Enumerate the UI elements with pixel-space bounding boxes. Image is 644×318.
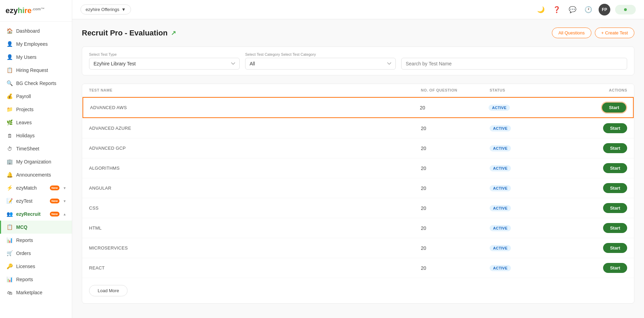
sidebar-item-bg-check[interactable]: 🔍 BG Check Reports: [0, 77, 72, 90]
start-button[interactable]: Start: [602, 103, 626, 113]
offerings-label: ezyhire Offerings: [86, 7, 119, 12]
table-row: ADVANCED AZURE 20 ACTIVE Start: [82, 118, 634, 138]
payroll-icon: 💰: [7, 93, 13, 99]
status-badge: ACTIVE: [490, 245, 511, 251]
load-more-button[interactable]: Load More: [89, 285, 128, 296]
num-questions-cell: 20: [421, 186, 490, 191]
start-button[interactable]: Start: [603, 123, 627, 133]
status-badge: ACTIVE: [490, 185, 511, 191]
sidebar-item-licenses[interactable]: 🔑 Licenses: [0, 260, 72, 273]
sidebar-item-marketplace[interactable]: 🛍 Marketplace: [0, 286, 72, 299]
status-cell: ACTIVE: [490, 125, 558, 131]
topbar-actions: 🌙 ❓ 💬 🕐 FP: [535, 4, 636, 15]
sidebar-item-holidays[interactable]: 🗓 Holidays: [0, 129, 72, 142]
sidebar-item-reports-sub[interactable]: 📊 Reports: [0, 234, 72, 247]
test-category-select[interactable]: All AWS Azure GCP Frontend Backend: [245, 58, 396, 70]
num-questions-cell: 20: [420, 105, 489, 110]
start-button[interactable]: Start: [603, 183, 627, 193]
avatar[interactable]: FP: [599, 4, 610, 15]
ezytest-icon: 📝: [7, 198, 13, 204]
status-badge: ACTIVE: [490, 145, 511, 151]
num-questions-cell: 20: [421, 126, 490, 131]
test-category-filter: Select Test Category Select Test Categor…: [245, 52, 396, 70]
table-row: ADVANCED AWS 20 ACTIVE Start: [83, 97, 634, 118]
table-row: ALGORITHMS 20 ACTIVE Start: [82, 158, 634, 178]
dark-mode-toggle[interactable]: 🌙: [535, 4, 546, 15]
sidebar-item-label: Dashboard: [16, 28, 66, 34]
marketplace-icon: 🛍: [7, 289, 13, 296]
bg-check-icon: 🔍: [7, 80, 13, 86]
num-questions-cell: 20: [421, 245, 490, 251]
test-name-cell: ADVANCED AWS: [90, 105, 420, 110]
page-header: Recruit Pro - Evaluation ↗ All Questions…: [82, 28, 634, 38]
sidebar-item-label: My Users: [16, 54, 66, 60]
test-type-select[interactable]: Ezyhire Library Test Custom Test: [89, 58, 240, 70]
sidebar-item-label: Leaves: [16, 120, 66, 125]
help-icon[interactable]: ❓: [551, 4, 562, 15]
test-name-cell: ADVANCED GCP: [89, 146, 421, 151]
search-input[interactable]: [401, 58, 627, 70]
new-badge: New: [50, 186, 60, 190]
test-name-cell: REACT: [89, 265, 421, 271]
sidebar-item-projects[interactable]: 📁 Projects: [0, 103, 72, 116]
status-cell: ACTIVE: [490, 245, 558, 251]
start-button[interactable]: Start: [603, 143, 627, 153]
num-questions-cell: 20: [421, 146, 490, 151]
orders-icon: 🛒: [7, 250, 13, 256]
chevron-down-icon: ▼: [63, 186, 66, 190]
sidebar-item-label: MCQ: [16, 224, 66, 230]
test-name-cell: ALGORITHMS: [89, 166, 421, 171]
sidebar-item-ezyrecruit[interactable]: 👥 ezyRecruit New ▲: [0, 208, 72, 221]
tests-table: TEST NAME NO. OF QUESTION STATUS ACTIONS…: [82, 84, 634, 304]
start-button[interactable]: Start: [603, 243, 627, 253]
sidebar-item-label: ezyRecruit: [16, 211, 45, 217]
actions-cell: Start: [558, 223, 627, 233]
table-row: CSS 20 ACTIVE Start: [82, 198, 634, 218]
start-button[interactable]: Start: [603, 163, 627, 173]
sidebar-item-leaves[interactable]: 🌿 Leaves: [0, 116, 72, 129]
sidebar-item-mcq[interactable]: 📋 MCQ: [0, 221, 72, 234]
sidebar-item-label: Projects: [16, 107, 66, 112]
status-cell: ACTIVE: [490, 145, 558, 151]
topbar: ezyhire Offerings ▼ 🌙 ❓ 💬 🕐 FP: [72, 0, 644, 19]
actions-cell: Start: [558, 123, 627, 133]
sidebar-item-timesheet[interactable]: ⏱ TimeSheet: [0, 142, 72, 155]
table-row: ADVANCED GCP 20 ACTIVE Start: [82, 138, 634, 158]
messages-icon[interactable]: 💬: [567, 4, 578, 15]
table-header: TEST NAME NO. OF QUESTION STATUS ACTIONS: [82, 84, 634, 97]
actions-cell: Start: [558, 163, 627, 173]
sidebar-item-reports[interactable]: 📊 Reports: [0, 273, 72, 286]
start-button[interactable]: Start: [603, 223, 627, 233]
sidebar-item-label: ezyMatch: [16, 185, 45, 191]
licenses-icon: 🔑: [7, 263, 13, 269]
status-badge: ACTIVE: [490, 205, 511, 211]
table-row: HTML 20 ACTIVE Start: [82, 218, 634, 238]
hiring-icon: 📋: [7, 67, 13, 73]
sidebar-item-payroll[interactable]: 💰 Payroll: [0, 90, 72, 103]
offerings-button[interactable]: ezyhire Offerings ▼: [80, 4, 131, 14]
notifications-icon[interactable]: 🕐: [583, 4, 594, 15]
sidebar-item-orders[interactable]: 🛒 Orders: [0, 247, 72, 260]
timesheet-icon: ⏱: [7, 146, 13, 152]
ezymatch-icon: ⚡: [7, 185, 13, 191]
sidebar-item-dashboard[interactable]: 🏠 Dashboard: [0, 24, 72, 38]
sidebar-item-announcements[interactable]: 🔔 Announcements: [0, 168, 72, 181]
sidebar-item-ezytest[interactable]: 📝 ezyTest New ▼: [0, 194, 72, 208]
sidebar-item-my-organization[interactable]: 🏢 My Organization: [0, 155, 72, 168]
sidebar-item-ezymatch[interactable]: ⚡ ezyMatch New ▼: [0, 181, 72, 194]
all-questions-button[interactable]: All Questions: [552, 28, 591, 38]
actions-cell: Start: [558, 183, 627, 193]
status-cell: ACTIVE: [490, 205, 558, 211]
start-button[interactable]: Start: [603, 203, 627, 213]
users-icon: 👤: [7, 54, 13, 60]
create-test-button[interactable]: + Create Test: [595, 28, 634, 38]
mcq-icon: 📋: [7, 224, 13, 230]
reports-icon: 📊: [7, 276, 13, 283]
start-button[interactable]: Start: [603, 263, 627, 273]
sidebar-item-my-employees[interactable]: 👤 My Employees: [0, 38, 72, 51]
status-badge: ACTIVE: [490, 125, 511, 131]
sidebar-item-hiring-request[interactable]: 📋 Hiring Request: [0, 64, 72, 77]
table-row: MICROSERVICES 20 ACTIVE Start: [82, 238, 634, 258]
holidays-icon: 🗓: [7, 132, 13, 139]
sidebar-item-my-users[interactable]: 👤 My Users: [0, 51, 72, 64]
